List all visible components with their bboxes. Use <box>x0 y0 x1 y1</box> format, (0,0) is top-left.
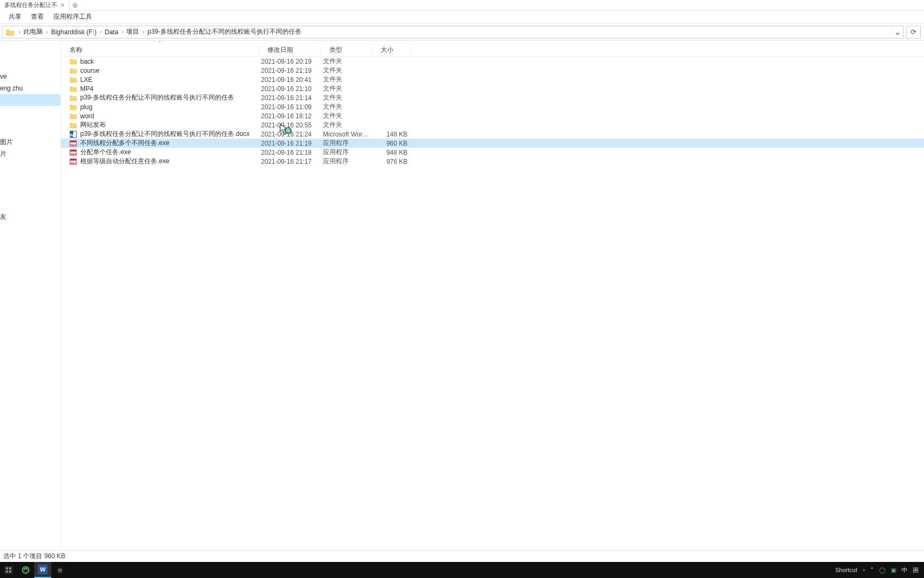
taskbar: W 按 Shortcut » ˄ ◯ ▣ 中 囲 <box>0 562 924 578</box>
tab-title: 多线程任务分配让不 <box>4 1 57 9</box>
breadcrumb: › 此电脑 › Bigharddisk (F:) › Data › 项目 › p… <box>18 27 304 36</box>
svg-text:W: W <box>70 133 74 138</box>
svg-rect-17 <box>9 567 11 569</box>
address-dropdown-icon[interactable]: ⌄ <box>891 26 903 38</box>
column-header-type[interactable]: 类型 <box>321 44 372 57</box>
table-row[interactable]: plug2021-09-16 11:09文件夹 <box>61 102 924 111</box>
file-size: 976 KB <box>372 158 411 165</box>
file-name: 不同线程分配多个不同任务.exe <box>80 139 170 148</box>
table-row[interactable]: SWJ根据等级自动分配任意任务.exe2021-09-16 21:17应用程序9… <box>61 157 924 166</box>
sidebar-item-label: 图片 <box>0 138 13 147</box>
taskbar-item[interactable] <box>17 562 34 578</box>
taskbar-item[interactable]: 按 <box>51 562 68 578</box>
svg-rect-19 <box>9 571 11 573</box>
exe-icon: SWJ <box>70 158 77 165</box>
sidebar-item-label: ve <box>0 73 7 80</box>
refresh-button[interactable]: ⟳ <box>906 26 921 39</box>
table-row[interactable]: LXE2021-09-16 20:41文件夹 <box>61 75 924 84</box>
table-row[interactable]: word2021-09-16 18:12文件夹 <box>61 111 924 120</box>
file-date: 2021-09-16 20:19 <box>259 58 321 65</box>
table-row[interactable]: MP42021-09-16 21:10文件夹 <box>61 84 924 93</box>
column-label: 名称 <box>70 45 82 55</box>
taskbar-item-word[interactable]: W <box>34 562 51 578</box>
file-rows: back2021-09-16 20:19文件夹course2021-09-16 … <box>61 57 924 166</box>
taskbar-item[interactable] <box>0 562 17 578</box>
chevron-right-icon[interactable]: › <box>45 29 49 35</box>
file-type: 文件夹 <box>321 111 372 120</box>
ime-mode[interactable]: 囲 <box>913 566 919 574</box>
sidebar-item[interactable]: 图片 <box>0 136 60 148</box>
file-type: 应用程序 <box>321 157 372 166</box>
ribbon-share[interactable]: 共享 <box>9 12 21 21</box>
file-date: 2021-09-16 21:10 <box>259 85 321 93</box>
new-tab-button[interactable]: ⊕ <box>70 0 80 11</box>
file-name: 分配单个任务.exe <box>80 148 131 157</box>
table-row[interactable]: back2021-09-16 20:19文件夹 <box>61 57 924 66</box>
table-row[interactable]: p39-多线程任务分配让不同的线程账号执行不同的任务2021-09-16 21:… <box>61 93 924 102</box>
crumb-project[interactable]: 项目 <box>124 27 141 36</box>
svg-rect-4 <box>70 141 76 142</box>
file-name: 根据等级自动分配任意任务.exe <box>80 157 170 166</box>
file-size: 148 KB <box>372 131 411 138</box>
file-date: 2021-09-16 21:14 <box>259 94 321 102</box>
column-headers: ˄ 名称 修改日期 类型 大小 <box>61 44 924 57</box>
file-type: Microsoft Word ... <box>321 131 372 138</box>
sidebar-item[interactable]: 友 <box>0 211 60 223</box>
file-name: MP4 <box>80 85 94 93</box>
sidebar-item[interactable] <box>0 94 60 106</box>
folder-icon <box>70 85 77 93</box>
window-tab[interactable]: 多线程任务分配让不 ✕ <box>0 0 70 11</box>
chevron-right-icon[interactable]: › <box>18 29 21 35</box>
column-header-date[interactable]: 修改日期 <box>259 44 321 57</box>
chevron-right-icon[interactable]: › <box>98 29 102 35</box>
sidebar-item-label: 友 <box>0 212 6 222</box>
file-name: p39-多线程任务分配让不同的线程账号执行不同的任务.docx <box>80 130 250 139</box>
folder-icon <box>70 67 77 74</box>
file-size: 960 KB <box>372 140 411 147</box>
table-row[interactable]: course2021-09-16 21:19文件夹 <box>61 66 924 75</box>
crumb-current[interactable]: p39-多线程任务分配让不同的线程账号执行不同的任务 <box>145 27 304 36</box>
file-type: 文件夹 <box>321 102 372 111</box>
ribbon-app-tools[interactable]: 应用程序工具 <box>53 12 92 21</box>
address-bar[interactable]: › 此电脑 › Bigharddisk (F:) › Data › 项目 › p… <box>2 26 904 39</box>
sidebar-item-label: 片 <box>0 149 6 158</box>
ribbon-view[interactable]: 查看 <box>31 12 44 21</box>
tray-chevron-up-icon[interactable]: ˄ <box>871 567 874 574</box>
sidebar-item[interactable]: eng zhu <box>0 82 60 94</box>
svg-point-20 <box>22 567 29 573</box>
svg-text:SWJ: SWJ <box>71 153 76 156</box>
chevron-right-icon[interactable]: › <box>120 29 124 35</box>
table-row[interactable]: Wp39-多线程任务分配让不同的线程账号执行不同的任务.docx2021-09-… <box>61 130 924 139</box>
svg-text:W: W <box>40 566 46 573</box>
table-row[interactable]: SWJ不同线程分配多个不同任务.exe2021-09-16 21:19应用程序9… <box>61 139 924 148</box>
column-header-name[interactable]: ˄ 名称 <box>61 44 259 57</box>
crumb-data[interactable]: Data <box>103 28 120 36</box>
folder-icon <box>70 121 77 129</box>
folder-icon <box>70 76 77 83</box>
shortcut-label[interactable]: Shortcut <box>835 567 857 573</box>
tray-app2-icon[interactable]: ▣ <box>891 567 896 574</box>
tray-app-icon[interactable]: ◯ <box>879 567 886 574</box>
column-header-size[interactable]: 大小 <box>372 44 411 57</box>
sort-ascending-icon: ˄ <box>158 41 161 46</box>
file-date: 2021-09-16 21:19 <box>259 67 321 74</box>
close-tab-icon[interactable]: ✕ <box>60 2 65 8</box>
folder-icon <box>70 94 77 102</box>
crumb-drive[interactable]: Bigharddisk (F:) <box>49 28 99 36</box>
sidebar-item[interactable]: ve <box>0 71 60 82</box>
navigation-pane[interactable]: ve eng zhu 图片 片 友 <box>0 41 61 550</box>
table-row[interactable]: SWJ分配单个任务.exe2021-09-16 21:18应用程序948 KB <box>61 148 924 157</box>
ime-lang[interactable]: 中 <box>902 566 907 574</box>
svg-text:按: 按 <box>58 568 63 573</box>
file-date: 2021-09-16 21:24 <box>259 131 321 138</box>
file-name: p39-多线程任务分配让不同的线程账号执行不同的任务 <box>80 93 234 102</box>
sidebar-item[interactable]: 片 <box>0 148 60 159</box>
exe-icon: SWJ <box>70 140 77 147</box>
table-row[interactable]: 网站发布2021-09-16 20:55文件夹 <box>61 120 924 130</box>
chevron-right-icon[interactable]: › <box>141 29 145 35</box>
minimize-icon[interactable]: — <box>895 0 917 2</box>
shortcut-sync-icon[interactable]: » <box>863 567 865 573</box>
crumb-this-pc[interactable]: 此电脑 <box>21 27 45 36</box>
folder-icon <box>70 112 77 120</box>
ribbon-tabs: 共享 查看 应用程序工具 <box>0 11 924 24</box>
